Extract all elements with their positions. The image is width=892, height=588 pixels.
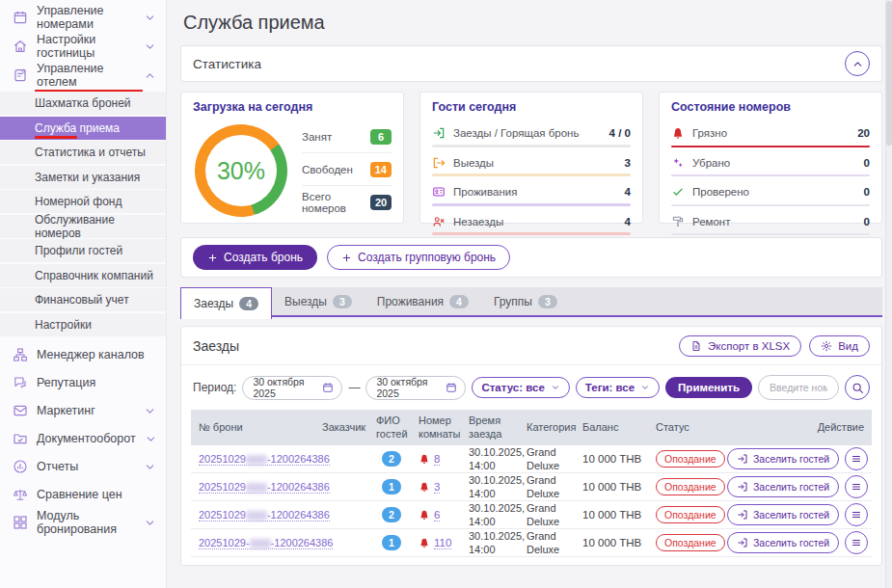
check-icon: [671, 185, 685, 199]
occupancy-legend-row: Свободен 14: [302, 153, 392, 186]
stat-label: Незаезды: [453, 216, 503, 227]
file-icon: [690, 340, 702, 352]
legend-value-badge: 20: [370, 195, 392, 210]
period-label: Период:: [193, 381, 236, 394]
sidebar-subitem-заметки-и-указания[interactable]: Заметки и указания: [0, 166, 166, 189]
sidebar-subitem-финансовый-учет[interactable]: Финансовый учет: [0, 288, 166, 311]
room-number-link[interactable]: 3: [434, 481, 440, 494]
row-menu-button[interactable]: [845, 503, 868, 526]
red-annotation-underline: [35, 136, 77, 139]
sidebar-subitem-шахматка-броней[interactable]: Шахматка броней: [0, 92, 166, 115]
room-number-link[interactable]: 6: [434, 509, 440, 521]
column-header-8: Действие: [727, 421, 864, 435]
sidebar-item-настройки-гостиницы[interactable]: Настройки гостиницы: [0, 32, 166, 61]
row-menu-button[interactable]: [845, 475, 868, 498]
page-scrollbar[interactable]: [885, 0, 892, 588]
sidebar-item-модуль-бронирования[interactable]: Модуль бронирования: [0, 509, 166, 537]
create-booking-button[interactable]: Создать бронь: [193, 245, 317, 270]
booking-number-link[interactable]: 20251029-1200264386: [199, 509, 330, 521]
sidebar-item-управление-номерами[interactable]: Управление номерами: [0, 3, 166, 32]
search-input[interactable]: [758, 375, 839, 400]
search-icon: [851, 382, 864, 394]
sidebar-subitem-статистика-и-отчеты[interactable]: Статистика и отчеты: [0, 141, 166, 164]
check-in-guests-button[interactable]: Заселить гостей: [727, 504, 839, 525]
check-in-guests-button[interactable]: Заселить гостей: [727, 476, 839, 497]
export-xlsx-button[interactable]: Экспорт в XLSX: [679, 335, 801, 357]
sidebar-subitem-справочник-компаний[interactable]: Справочник компаний: [0, 264, 166, 287]
check-in-guests-button[interactable]: Заселить гостей: [727, 532, 839, 553]
sidebar-item-документооборот[interactable]: Документооборот: [0, 425, 166, 453]
check-in-guests-button[interactable]: Заселить гостей: [727, 448, 839, 469]
sidebar-item-управление-отелем[interactable]: Управление отелем: [0, 61, 166, 90]
booking-number-link[interactable]: 20251029--1200264386: [199, 537, 333, 549]
collapse-statistics-button[interactable]: [845, 51, 870, 76]
tab-выезды[interactable]: Выезды 3: [272, 287, 365, 315]
login-icon: [432, 126, 446, 140]
sidebar-subitem-label: Профили гостей: [35, 244, 122, 257]
mail-icon: [13, 403, 28, 418]
table-row: 20251029-1200264386 2 8 30.10.2025, 14:0…: [191, 445, 872, 473]
stat-label: Выезды: [453, 157, 494, 169]
occupancy-legend-row: Всего номеров 20: [302, 186, 392, 219]
tab-проживания[interactable]: Проживания 4: [365, 287, 481, 315]
sidebar-item-сравнение-цен[interactable]: Сравнение цен: [0, 481, 166, 509]
sidebar-item-label: Модуль бронирования: [37, 509, 135, 536]
occupancy-legend: Занят 6 Свободен 14 Всего номеров 20: [302, 120, 392, 219]
sidebar-top-nav: Управление номерами Настройки гостиницы …: [0, 3, 166, 90]
booking-number-link[interactable]: 20251029-1200264386: [199, 453, 330, 466]
stat-value: 3: [625, 157, 631, 169]
stat-value: 0: [864, 216, 870, 227]
sidebar-submenu: Шахматка броней Служба приема Статистика…: [0, 92, 166, 336]
status-filter-dropdown[interactable]: Статус: все: [472, 377, 569, 398]
redacted-booking-segment: [246, 511, 267, 521]
clipboard-icon: [13, 67, 28, 83]
sidebar-item-отчеты[interactable]: Отчеты: [0, 453, 166, 481]
stat-row-проживания: Проживания 4: [432, 177, 631, 207]
room-number-link[interactable]: 110: [434, 537, 451, 549]
row-menu-button[interactable]: [845, 531, 868, 554]
sidebar-item-менеджер-каналов[interactable]: Менеджер каналов: [0, 341, 166, 369]
tab-заезды[interactable]: Заезды 4: [180, 287, 272, 319]
create-actions-panel: Создать бронь Создать групповую бронь: [180, 237, 882, 278]
sidebar-subitem-label: Статистика и отчеты: [35, 146, 146, 159]
sidebar-item-маркетинг[interactable]: Маркетинг: [0, 397, 166, 425]
stat-row-ремонт: Ремонт 0: [671, 207, 870, 237]
booking-number-link[interactable]: 20251029-1200264386: [199, 481, 330, 494]
stat-progress-bar: [432, 232, 631, 235]
date-from-input[interactable]: 30 октября 2025: [242, 376, 342, 400]
tags-filter-dropdown[interactable]: Теги: все: [576, 377, 660, 398]
tabstrip: Заезды 4 Выезды 3 Проживания 4 Группы 3: [180, 287, 882, 317]
occupancy-card-title: Загрузка на сегодня: [193, 100, 392, 114]
guest-count-badge: 2: [382, 451, 401, 467]
room-number-link[interactable]: 8: [434, 453, 440, 466]
row-menu-button[interactable]: [845, 447, 868, 470]
sidebar-subitem-служба-приема[interactable]: Служба приема: [0, 117, 166, 140]
sidebar-subitem-обслуживание-номеров[interactable]: Обслуживание номеров: [0, 215, 166, 238]
guests-card-title: Гости сегодня: [432, 100, 631, 114]
sidebar: Управление номерами Настройки гостиницы …: [0, 0, 167, 588]
search-button[interactable]: [845, 375, 870, 400]
sidebar-subitem-label: Заметки и указания: [35, 171, 140, 184]
sidebar-subitem-настройки[interactable]: Настройки: [0, 313, 166, 336]
legend-value-badge: 14: [370, 162, 392, 177]
balance-value: 10 000 THB: [582, 481, 654, 493]
checkin-time: 30.10.2025, 14:00: [469, 445, 525, 473]
sidebar-subitem-номерной-фонд[interactable]: Номерной фонд: [0, 190, 166, 213]
stat-progress-bar: [671, 204, 870, 206]
redacted-booking-segment: [246, 483, 267, 493]
arrivals-panel: Заезды Экспорт в XLSX Вид Период: 30 окт…: [180, 326, 882, 566]
apply-filters-button[interactable]: Применить: [665, 377, 752, 398]
plus-icon: [341, 253, 352, 263]
sparkle-icon: [671, 156, 685, 170]
create-group-booking-button[interactable]: Создать групповую бронь: [327, 245, 510, 270]
scrollbar-thumb[interactable]: [886, 1, 892, 146]
sidebar-subitem-label: Справочник компаний: [35, 269, 153, 282]
view-settings-button[interactable]: Вид: [809, 335, 870, 357]
roller-icon: [671, 215, 685, 228]
tab-группы[interactable]: Группы 3: [481, 287, 570, 315]
sidebar-subitem-профили-гостей[interactable]: Профили гостей: [0, 239, 166, 262]
sidebar-item-репутация[interactable]: Репутация: [0, 369, 166, 397]
stat-progress-bar: [671, 233, 870, 235]
date-to-input[interactable]: 30 октября 2025: [365, 376, 466, 400]
tab-count-badge: 3: [538, 295, 557, 308]
